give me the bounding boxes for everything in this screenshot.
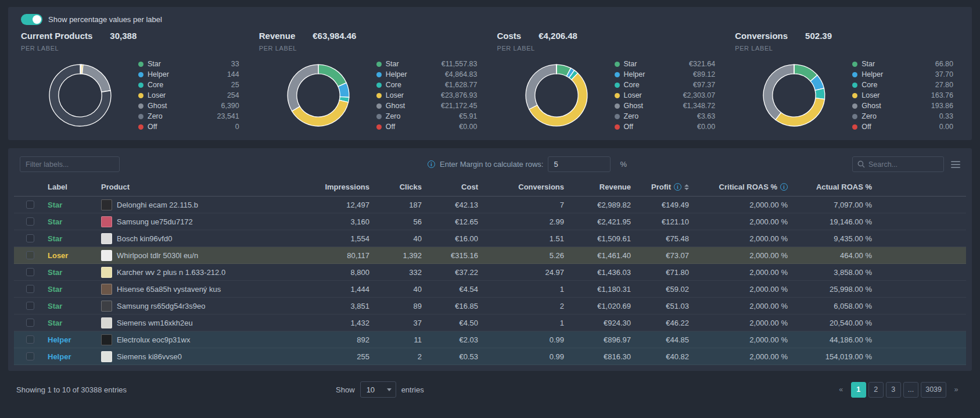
legend-value: €1,348.72	[683, 102, 716, 110]
list-icon[interactable]	[951, 161, 960, 168]
row-checkbox[interactable]	[26, 201, 34, 209]
table-row[interactable]: Star Siemens wm16xkh2eu 1,432 37 €4.50 1…	[14, 315, 966, 331]
legend-label: Core	[386, 81, 401, 89]
search-icon	[857, 160, 865, 168]
cost-value: €4.50	[423, 319, 479, 327]
conversions-value: 1	[479, 285, 565, 294]
legend-dot	[615, 114, 620, 119]
legend-dot	[138, 83, 143, 88]
conversions-value: 0.99	[479, 352, 565, 361]
table-row[interactable]: Helper Siemens ki86vvse0 255 2 €0.53 0.9…	[14, 348, 966, 365]
table-row[interactable]: Star Karcher wv 2 plus n 1.633-212.0 8,8…	[14, 264, 966, 281]
legend-item: Core25	[138, 80, 239, 90]
product-name: Whirlpool tdlr 5030l eu/n	[117, 251, 198, 260]
legend-dot	[615, 93, 620, 98]
row-checkbox[interactable]	[26, 217, 34, 226]
legend-value: €3.63	[697, 112, 715, 120]
legend-value: 37.70	[935, 70, 953, 78]
col-clicks[interactable]: Clicks	[371, 183, 423, 191]
search-box[interactable]	[852, 156, 944, 172]
search-input[interactable]	[868, 160, 939, 169]
col-cost[interactable]: Cost	[423, 183, 479, 191]
table-header: Label Product Impressions Clicks Cost Co…	[14, 178, 966, 197]
legend-item: Core€1,628.77	[376, 80, 478, 90]
page-size-group: Show 10 entries	[336, 381, 424, 398]
page-button[interactable]: 3039	[921, 382, 946, 398]
page-button[interactable]: ...	[903, 382, 918, 398]
legend-value: €89.12	[693, 70, 715, 78]
legend-value: €321.64	[689, 60, 715, 68]
page-size-select[interactable]: 10	[360, 381, 396, 398]
table-row[interactable]: Star Samsung rs65dg54r3s9eo 3,851 89 €16…	[14, 298, 966, 315]
row-checkbox[interactable]	[26, 234, 34, 242]
percentage-toggle-row: Show percentage values per label	[14, 14, 966, 25]
page-button[interactable]: 2	[868, 382, 884, 398]
conversions-value: 0.99	[479, 335, 565, 344]
kpi-cards-row: Current Products 30,388 PER LABEL Star33…	[14, 28, 966, 132]
row-checkbox[interactable]	[26, 319, 34, 327]
legend-label: Helper	[861, 70, 883, 78]
row-checkbox[interactable]	[26, 302, 34, 310]
actual-roas-value: 20,540.00 %	[789, 319, 873, 327]
table-row[interactable]: Star Hisense 65a85h vystavený kus 1,444 …	[14, 281, 966, 298]
page-button[interactable]: 1	[851, 382, 866, 398]
table-row[interactable]: Star Bosch kin96vfd0 1,554 40 €16.00 1.5…	[14, 230, 966, 247]
col-label[interactable]: Label	[46, 183, 100, 191]
table-row[interactable]: Helper Electrolux eoc9p31wx 892 11 €2.03…	[14, 331, 966, 348]
table-row[interactable]: Star Delonghi ecam 22.115.b 12,497 187 €…	[14, 197, 966, 213]
toggle-knob	[33, 15, 41, 24]
legend-item: Helper144	[138, 69, 239, 80]
margin-suffix: %	[620, 160, 627, 169]
prev-page-button[interactable]: «	[834, 382, 849, 398]
col-revenue[interactable]: Revenue	[565, 183, 632, 191]
conversions-value: 1	[479, 319, 565, 327]
row-checkbox[interactable]	[26, 268, 34, 276]
sort-icon[interactable]	[684, 184, 689, 190]
impressions-value: 255	[301, 352, 371, 361]
percentage-toggle[interactable]	[21, 14, 42, 25]
row-checkbox[interactable]	[26, 352, 34, 360]
col-critical-roas[interactable]: Critical ROAS % i	[690, 183, 789, 191]
legend-value: €5.91	[459, 112, 477, 120]
kpi-value: 502.39	[805, 31, 832, 41]
legend-dot	[138, 72, 143, 77]
row-label: Star	[48, 234, 62, 243]
legend-item: Star€321.64	[615, 59, 716, 69]
filter-labels-input[interactable]	[20, 156, 120, 172]
actual-roas-value: 464.00 %	[789, 251, 873, 260]
conversions-value: 24.97	[479, 268, 565, 277]
critical-roas-value: 2,000.00 %	[690, 335, 789, 344]
table-body: Star Delonghi ecam 22.115.b 12,497 187 €…	[14, 197, 966, 365]
legend-label: Off	[386, 123, 395, 131]
table-row[interactable]: Loser Whirlpool tdlr 5030l eu/n 80,117 1…	[14, 247, 966, 264]
row-checkbox[interactable]	[26, 285, 34, 293]
legend-dot	[615, 72, 620, 77]
page-button[interactable]: 3	[886, 382, 901, 398]
legend-dot	[376, 72, 382, 77]
col-actual-roas[interactable]: Actual ROAS %	[789, 183, 873, 191]
col-profit[interactable]: Profit i	[632, 183, 690, 191]
revenue-value: €1,020.69	[565, 302, 632, 310]
col-product[interactable]: Product	[100, 183, 301, 191]
row-label: Helper	[48, 335, 71, 344]
legend-dot	[138, 103, 143, 109]
clicks-value: 1,392	[371, 251, 423, 260]
legend-value: 25	[231, 81, 239, 89]
row-label: Star	[48, 217, 62, 226]
profit-value: €121.10	[632, 217, 690, 226]
conversions-value: 5.26	[479, 251, 565, 260]
next-page-button[interactable]: »	[949, 382, 964, 398]
legend-dot	[138, 114, 143, 119]
margin-input[interactable]	[548, 156, 611, 172]
row-checkbox[interactable]	[26, 251, 34, 259]
row-checkbox[interactable]	[26, 335, 34, 344]
col-conversions[interactable]: Conversions	[479, 183, 565, 191]
col-impressions[interactable]: Impressions	[301, 183, 371, 191]
legend-value: €97.37	[693, 81, 715, 89]
kpi-legend: Star66.80Helper37.70Core27.80Loser163.76…	[852, 59, 953, 132]
clicks-value: 40	[371, 285, 423, 294]
actual-roas-value: 9,435.00 %	[789, 234, 873, 243]
table-row[interactable]: Star Samsung ue75du7172 3,160 56 €12.65 …	[14, 213, 966, 230]
pagination: «123...3039»	[834, 382, 964, 398]
legend-dot	[852, 114, 857, 119]
